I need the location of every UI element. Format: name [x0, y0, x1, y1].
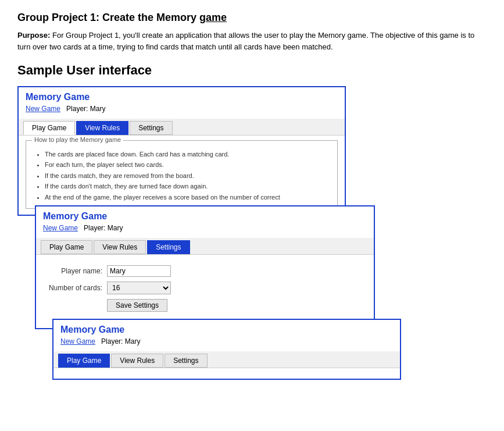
nav-row-2: New Game Player: Mary: [43, 224, 367, 232]
mock-header-2: Memory Game New Game Player: Mary: [36, 206, 374, 238]
mock-header-3: Memory Game New Game Player: Mary: [53, 320, 400, 351]
rule-1: The cards are placed face down. Each car…: [45, 150, 330, 159]
mock-window-settings: Memory Game New Game Player: Mary Play G…: [35, 205, 375, 329]
section-heading: Sample User interface: [17, 63, 487, 78]
app-title-3: Memory Game: [60, 325, 393, 335]
nav-row-3: New Game Player: Mary: [60, 337, 393, 345]
mock-header-1: Memory Game New Game Player: Mary: [19, 87, 345, 119]
save-row: Save Settings: [43, 299, 367, 312]
tabs-bar-1: Play Game View Rules Settings: [19, 119, 345, 136]
game-link[interactable]: game: [199, 12, 227, 23]
tab-view-rules-2[interactable]: View Rules: [94, 240, 146, 254]
player-label-3: Player: Mary: [101, 337, 140, 345]
rule-2: For each turn, the player select two car…: [45, 161, 330, 169]
tab-settings-1[interactable]: Settings: [130, 121, 172, 135]
purpose-label: Purpose:: [17, 31, 50, 40]
content-area-1: How to play the Memory game The cards ar…: [19, 136, 345, 215]
page-title: Group Project 1: Create the Memory game: [17, 12, 487, 24]
app-title-1: Memory Game: [26, 92, 338, 102]
new-game-link-2[interactable]: New Game: [43, 224, 78, 232]
content-area-2: Player name: Number of cards: 16 24 32 S…: [36, 255, 374, 328]
player-label-1: Player: Mary: [66, 105, 105, 113]
nav-row-1: New Game Player: Mary: [26, 105, 338, 113]
tab-play-game-2[interactable]: Play Game: [41, 240, 92, 254]
tab-play-game-3[interactable]: Play Game: [58, 354, 110, 368]
num-cards-row: Number of cards: 16 24 32: [43, 282, 367, 294]
tab-play-game-1[interactable]: Play Game: [23, 121, 75, 135]
rules-list: The cards are placed face down. Each car…: [33, 150, 330, 202]
game-link-text: game: [199, 12, 227, 23]
tabs-bar-3: Play Game View Rules Settings: [53, 351, 400, 368]
tab-view-rules-3[interactable]: View Rules: [111, 354, 163, 368]
tab-settings-3[interactable]: Settings: [165, 354, 207, 368]
app-title-2: Memory Game: [43, 211, 367, 222]
new-game-link-1[interactable]: New Game: [26, 105, 60, 113]
rule-4: If the cards don't match, they are turne…: [45, 182, 330, 191]
new-game-link-3[interactable]: New Game: [60, 337, 95, 345]
tab-view-rules-1[interactable]: View Rules: [76, 121, 128, 135]
settings-form: Player name: Number of cards: 16 24 32 S…: [43, 259, 367, 322]
save-settings-button[interactable]: Save Settings: [107, 299, 167, 312]
mock-window-play-game: Memory Game New Game Player: Mary Play G…: [52, 319, 401, 380]
rule-5: At the end of the game, the player recei…: [45, 193, 330, 202]
num-cards-label: Number of cards:: [43, 284, 107, 292]
rule-3: If the cards match, they are removed fro…: [45, 172, 330, 180]
rules-box: How to play the Memory game The cards ar…: [26, 140, 338, 209]
player-label-2: Player: Mary: [84, 224, 123, 232]
tabs-bar-2: Play Game View Rules Settings: [36, 238, 374, 255]
tab-settings-2[interactable]: Settings: [147, 240, 190, 254]
title-prefix-text: Group Project 1: Create the Memory: [17, 12, 199, 23]
mock-window-view-rules: Memory Game New Game Player: Mary Play G…: [17, 86, 346, 216]
mockup-wrapper: Memory Game New Game Player: Mary Play G…: [17, 86, 360, 383]
player-name-input[interactable]: [107, 265, 171, 277]
player-name-row: Player name:: [43, 265, 367, 277]
purpose-content: For Group Project 1, you'll create an ap…: [17, 31, 474, 51]
num-cards-select[interactable]: 16 24 32: [107, 282, 171, 294]
purpose-paragraph: Purpose: For Group Project 1, you'll cre…: [17, 30, 487, 52]
content-area-3: [53, 368, 400, 379]
rules-box-title: How to play the Memory game: [32, 136, 123, 143]
player-name-label: Player name:: [43, 267, 107, 275]
